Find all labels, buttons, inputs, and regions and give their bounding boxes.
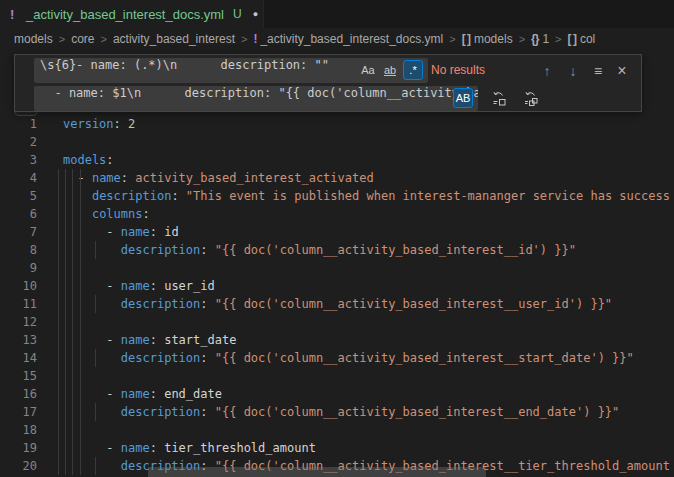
line-number: 19 [0,439,37,457]
breadcrumb-item[interactable]: [ ]models [462,32,513,46]
line-number: 6 [0,205,37,223]
breadcrumb-item[interactable]: activity_based_interest [113,32,235,46]
code-line[interactable]: 3models: [0,151,674,169]
line-number: 9 [0,259,37,277]
indent-guide [80,169,81,475]
find-replace-widget: \s{6}- name: (.*)\n description: "" Aa a… [14,54,642,112]
line-number: 16 [0,385,37,403]
find-previous-button[interactable]: ↑ [536,60,558,82]
line-content [37,133,63,151]
line-number: 7 [0,223,37,241]
code-area: 1version: 223models:4 - name: activity_b… [0,115,674,475]
modified-dot-icon[interactable]: ● [253,9,258,19]
line-number: 8 [0,241,37,259]
line-number: 5 [0,187,37,205]
code-line[interactable]: 13 - name: start_date [0,331,674,349]
breadcrumb-separator: > [449,33,455,45]
line-content: description: "This event is published wh… [37,187,670,205]
indent-guide [95,295,96,313]
find-in-selection-toggle[interactable]: ≡ [587,60,609,82]
breadcrumb-item[interactable]: {}1 [531,32,549,46]
breadcrumb-separator: > [100,33,106,45]
line-content [37,259,63,277]
breadcrumb-label: core [71,32,94,46]
git-status-badge: U [233,7,242,21]
code-line[interactable]: 16 - name: end_date [0,385,674,403]
whole-word-toggle[interactable]: ab [380,60,400,80]
code-line[interactable]: 18 [0,421,674,439]
indent-guide [65,169,66,475]
breadcrumb-label: models [474,32,513,46]
close-icon[interactable]: × [611,60,633,82]
line-number: 14 [0,349,37,367]
code-line[interactable]: 2 [0,133,674,151]
find-input[interactable]: \s{6}- name: (.*)\n description: "" Aa a… [34,58,428,83]
indent-guide [95,349,96,367]
code-line[interactable]: 9 [0,259,674,277]
code-line[interactable]: 5 description: "This event is published … [0,187,674,205]
line-content: models: [37,151,114,169]
code-line[interactable]: 7 - name: id [0,223,674,241]
line-number: 11 [0,295,37,313]
code-line[interactable]: 17 description: "{{ doc('column__activit… [0,403,674,421]
breadcrumb-separator: > [555,33,561,45]
replace-all-button[interactable] [520,88,542,110]
code-line[interactable]: 8 description: "{{ doc('column__activity… [0,241,674,259]
breadcrumb-item[interactable]: !_activity_based_interest_docs.yml [253,32,443,46]
tab-active[interactable]: ! _activity_based_interest_docs.yml U ● [0,0,264,28]
find-input-value: \s{6}- name: (.*)\n description: "" [40,58,329,72]
find-status: No results [431,58,485,83]
tab-filename: _activity_based_interest_docs.yml [26,7,224,22]
indent-guide [72,169,73,475]
line-content: description: "{{ doc('column__activity_b… [37,295,612,313]
breadcrumb-separator: > [519,33,525,45]
breadcrumb-item[interactable]: core [71,32,94,46]
line-number: 1 [0,115,37,133]
code-line[interactable]: 14 description: "{{ doc('column__activit… [0,349,674,367]
line-content [37,421,63,439]
indent-guide [95,241,96,259]
breadcrumb-label: col [580,32,595,46]
vscode-editor-window: ! _activity_based_interest_docs.yml U ● … [0,0,674,477]
code-line[interactable]: 4 - name: activity_based_interest_activa… [0,169,674,187]
replace-input-value: - name: $1\n description: "{{ doc('colum… [40,86,478,100]
breadcrumb-label: activity_based_interest [113,32,235,46]
preserve-case-toggle[interactable]: AB [453,88,473,108]
line-content: description: "{{ doc('column__activity_b… [37,241,576,259]
line-number: 10 [0,277,37,295]
line-content: - name: tier_threshold_amount [37,439,316,457]
yaml-file-icon: ! [10,7,22,22]
code-line[interactable]: 1version: 2 [0,115,674,133]
line-number: 4 [0,169,37,187]
match-case-toggle[interactable]: Aa [358,60,378,80]
replace-all-icon [523,91,539,107]
line-content: version: 2 [37,115,135,133]
breadcrumb-item[interactable]: models [14,32,53,46]
breadcrumb: models>core>activity_based_interest>!_ac… [0,28,674,50]
line-content [37,367,63,385]
replace-button[interactable] [488,88,510,110]
find-next-button[interactable]: ↓ [562,60,584,82]
line-content: description: "{{ doc('column__activity_b… [37,349,634,367]
breadcrumb-label: 1 [542,32,549,46]
line-number: 12 [0,313,37,331]
code-line[interactable]: 6 columns: [0,205,674,223]
code-line[interactable]: 10 - name: user_id [0,277,674,295]
line-number: 20 [0,457,37,475]
code-line[interactable]: 11 description: "{{ doc('column__activit… [0,295,674,313]
horizontal-scrollbar[interactable] [148,467,486,477]
breadcrumb-separator: > [241,33,247,45]
line-number: 15 [0,367,37,385]
line-number: 18 [0,421,37,439]
regex-toggle[interactable]: .* [403,60,423,80]
breadcrumb-item[interactable]: [ ]col [568,32,596,46]
line-number: 13 [0,331,37,349]
code-line[interactable]: 15 [0,367,674,385]
code-line[interactable]: 19 - name: tier_threshold_amount [0,439,674,457]
line-content [37,313,63,331]
line-number: 3 [0,151,37,169]
symbol-array-icon: [ ] [462,32,470,46]
code-line[interactable]: 12 [0,313,674,331]
symbol-object-icon: {} [531,32,538,46]
replace-input[interactable]: - name: $1\n description: "{{ doc('colum… [34,86,478,111]
